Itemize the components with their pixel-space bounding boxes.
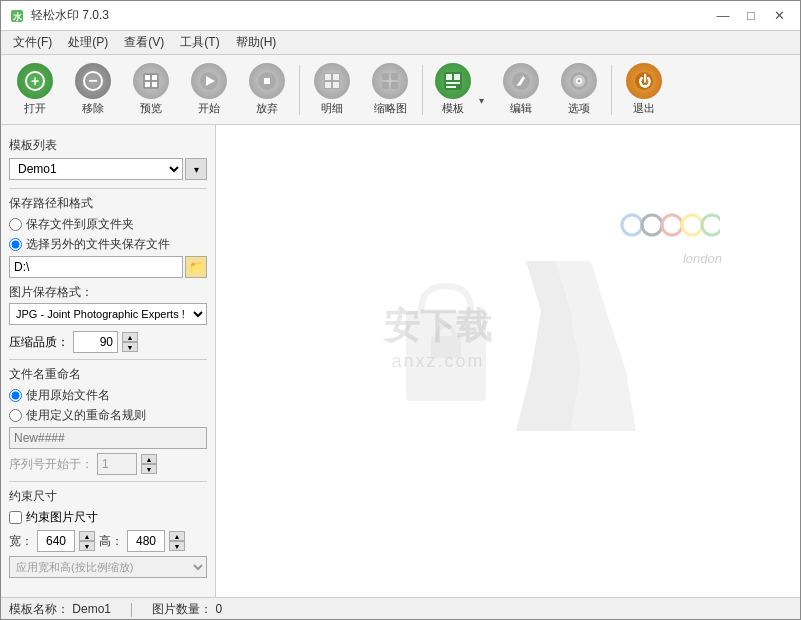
menu-process[interactable]: 处理(P) [60, 31, 116, 54]
status-template-text: 模板名称： [9, 602, 69, 616]
template-btn-group: 模板 ▾ [427, 60, 491, 120]
template-select[interactable]: Demo1 [9, 158, 183, 180]
options-button[interactable]: 选项 [551, 60, 607, 120]
options-label: 选项 [568, 101, 590, 116]
edit-icon [503, 63, 539, 99]
radio-save-other-label: 选择另外的文件夹保存文件 [26, 236, 170, 253]
quality-input[interactable] [73, 331, 118, 353]
radio-use-original[interactable] [9, 389, 22, 402]
rename-title: 文件名重命名 [9, 366, 207, 383]
template-button[interactable]: 模板 [427, 60, 479, 120]
svg-rect-26 [454, 74, 460, 80]
radio-original-name-row: 使用原始文件名 [9, 387, 207, 404]
svg-rect-23 [391, 82, 398, 89]
radio-save-original[interactable] [9, 218, 22, 231]
menu-view[interactable]: 查看(V) [116, 31, 172, 54]
size-check-row: 约束图片尺寸 [9, 509, 207, 526]
seq-input[interactable] [97, 453, 137, 475]
start-button[interactable]: 开始 [181, 60, 237, 120]
seq-down-btn[interactable]: ▼ [141, 464, 157, 474]
options-icon [561, 63, 597, 99]
minimize-button[interactable]: — [710, 6, 736, 26]
svg-point-33 [578, 80, 581, 83]
svg-rect-16 [325, 74, 331, 80]
title-bar: 水 轻松水印 7.0.3 — □ ✕ [1, 1, 800, 31]
width-down-btn[interactable]: ▼ [79, 541, 95, 551]
seq-up-btn[interactable]: ▲ [141, 454, 157, 464]
menu-help[interactable]: 帮助(H) [228, 31, 285, 54]
remove-icon: − [75, 63, 111, 99]
divider-1 [9, 188, 207, 189]
size-title: 约束尺寸 [9, 488, 207, 505]
width-up-btn[interactable]: ▲ [79, 531, 95, 541]
rename-input[interactable] [9, 427, 207, 449]
format-select[interactable]: JPG - Joint Photographic Experts ! PNG -… [9, 303, 207, 325]
radio-save-other-row: 选择另外的文件夹保存文件 [9, 236, 207, 253]
open-button[interactable]: + 打开 [7, 60, 63, 120]
path-row: D:\ 📁 [9, 256, 207, 278]
width-input[interactable] [37, 530, 75, 552]
path-input[interactable]: D:\ [9, 256, 183, 278]
template-dropdown-btn[interactable]: ▾ [185, 158, 207, 180]
close-button[interactable]: ✕ [766, 6, 792, 26]
template-dropdown-arrow[interactable]: ▾ [479, 60, 491, 120]
open-icon: + [17, 63, 53, 99]
browse-button[interactable]: 📁 [185, 256, 207, 278]
svg-point-48 [702, 215, 720, 235]
seq-label: 序列号开始于： [9, 456, 93, 473]
apply-select[interactable]: 应用宽和高(按比例缩放) [9, 556, 207, 578]
window-controls: — □ ✕ [710, 6, 792, 26]
format-label: 图片保存格式： [9, 284, 207, 301]
svg-rect-7 [145, 75, 150, 80]
svg-rect-8 [152, 75, 157, 80]
remove-button[interactable]: − 移除 [65, 60, 121, 120]
toolbar: + 打开 − 移除 预览 开始 放弃 明细 [1, 55, 800, 125]
menu-tools[interactable]: 工具(T) [172, 31, 227, 54]
edit-label: 编辑 [510, 101, 532, 116]
mingxi-button[interactable]: 明细 [304, 60, 360, 120]
radio-save-other[interactable] [9, 238, 22, 251]
abandon-icon [249, 63, 285, 99]
svg-rect-19 [333, 82, 339, 88]
seq-spinner: ▲ ▼ [141, 454, 157, 474]
quality-up-btn[interactable]: ▲ [122, 332, 138, 342]
svg-rect-14 [264, 78, 270, 84]
start-icon [191, 63, 227, 99]
window-title: 轻松水印 7.0.3 [31, 7, 109, 24]
radio-use-custom[interactable] [9, 409, 22, 422]
seq-row: 序列号开始于： ▲ ▼ [9, 453, 207, 475]
start-label: 开始 [198, 101, 220, 116]
preview-label: 预览 [140, 101, 162, 116]
height-label: 高： [99, 533, 123, 550]
size-checkbox[interactable] [9, 511, 22, 524]
menu-file[interactable]: 文件(F) [5, 31, 60, 54]
height-input[interactable] [127, 530, 165, 552]
toolbar-separator-2 [422, 65, 423, 115]
toolbar-separator-3 [611, 65, 612, 115]
height-up-btn[interactable]: ▲ [169, 531, 185, 541]
height-spinner: ▲ ▼ [169, 531, 185, 551]
maximize-button[interactable]: □ [738, 6, 764, 26]
main-area: 模板列表 Demo1 ▾ 保存路径和格式 保存文件到原文件夹 选择另外的文件夹保… [1, 125, 800, 597]
svg-text:⏻: ⏻ [638, 73, 651, 89]
svg-text:+: + [31, 73, 39, 89]
thumbnail-button[interactable]: 缩略图 [362, 60, 418, 120]
abandon-button[interactable]: 放弃 [239, 60, 295, 120]
svg-rect-18 [325, 82, 331, 88]
svg-point-47 [682, 215, 702, 235]
status-count-value: 0 [215, 602, 222, 616]
quality-label: 压缩品质： [9, 334, 69, 351]
quality-spinner: ▲ ▼ [122, 332, 138, 352]
preview-button[interactable]: 预览 [123, 60, 179, 120]
svg-point-44 [622, 215, 642, 235]
edit-button[interactable]: 编辑 [493, 60, 549, 120]
height-down-btn[interactable]: ▼ [169, 541, 185, 551]
radio-save-original-row: 保存文件到原文件夹 [9, 216, 207, 233]
exit-button[interactable]: ⏻ 退出 [616, 60, 672, 120]
preview-area: 安下载 anxz.com london [216, 125, 800, 597]
svg-rect-10 [152, 82, 157, 87]
quality-down-btn[interactable]: ▼ [122, 342, 138, 352]
svg-rect-17 [333, 74, 339, 80]
watermark-text-url: anxz.com [384, 351, 492, 372]
open-label: 打开 [24, 101, 46, 116]
